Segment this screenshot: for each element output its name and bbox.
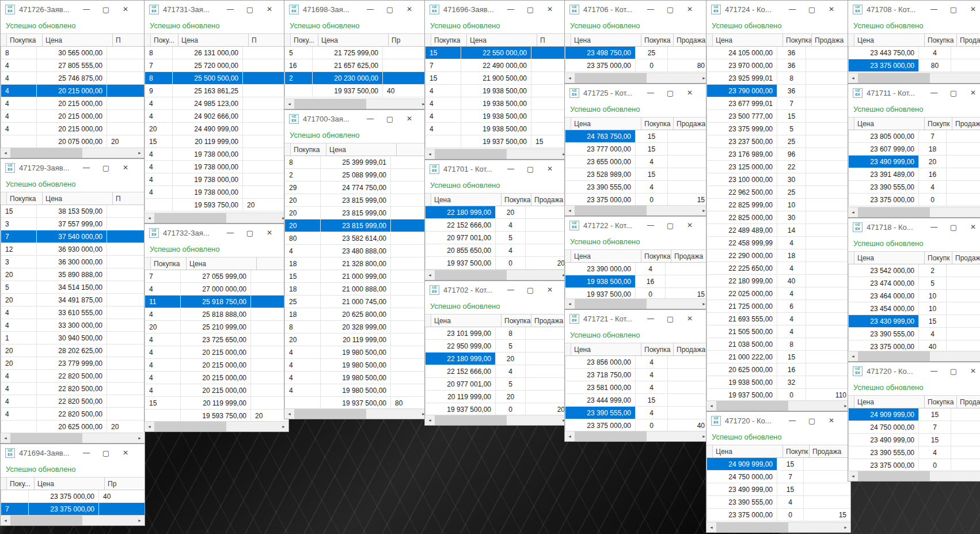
table-row[interactable]: 23 375 000,00015: [848, 459, 980, 471]
cell-buy[interactable]: 15: [426, 72, 461, 84]
cell-buy[interactable]: [1, 135, 37, 147]
cell-sell[interactable]: [107, 72, 145, 84]
cell-sell[interactable]: [391, 359, 428, 371]
cell-price[interactable]: 23 474 000,00: [849, 277, 919, 289]
cell-price[interactable]: 25 500 500,00: [173, 72, 243, 84]
row-selector-header[interactable]: [284, 143, 291, 156]
scroll-right-arrow-icon[interactable]: ►: [135, 516, 145, 525]
cell-buy[interactable]: 16: [285, 59, 313, 71]
cell-sell[interactable]: [243, 135, 288, 147]
cell-price[interactable]: 19 738 000,00: [173, 161, 243, 173]
title-bar[interactable]: UZEX471696-Заяв...—▢✕: [425, 1, 569, 18]
cell-price[interactable]: 23 677 999,01: [707, 97, 777, 109]
table-row[interactable]: 22 152 666,004: [425, 219, 569, 232]
horizontal-scrollbar[interactable]: ◄►: [145, 421, 288, 431]
table-row[interactable]: 22 825 000,0030: [706, 211, 850, 224]
table-row[interactable]: 419 980 500,00: [284, 346, 428, 359]
cell-buy[interactable]: 20: [145, 321, 181, 333]
cell-sell[interactable]: [668, 381, 709, 393]
table-row[interactable]: 1521 900 500,00: [425, 72, 569, 85]
cell-price[interactable]: 23 430 999,00: [849, 315, 919, 327]
scrollbar-thumb[interactable]: [575, 206, 647, 215]
scroll-left-arrow-icon[interactable]: ◄: [706, 401, 716, 411]
scrollbar-track[interactable]: [294, 99, 419, 109]
cell-sell[interactable]: [806, 161, 850, 173]
table-row[interactable]: 420 215 000,00: [1, 123, 145, 135]
scroll-left-arrow-icon[interactable]: ◄: [565, 73, 575, 83]
table-row[interactable]: 19 937 500,00015: [565, 288, 709, 298]
maximize-button[interactable]: ▢: [96, 444, 116, 461]
horizontal-scrollbar[interactable]: ◄►: [565, 205, 709, 215]
cell-buy[interactable]: 2: [285, 72, 313, 84]
column-header-buy[interactable]: Покупка: [7, 34, 43, 46]
cell-price[interactable]: 21 693 555,00: [707, 313, 777, 325]
scrollbar-thumb[interactable]: [294, 99, 366, 109]
scrollbar-track[interactable]: [858, 207, 980, 217]
table-row[interactable]: 23 390 555,004: [565, 407, 709, 419]
minimize-button[interactable]: —: [501, 1, 521, 18]
horizontal-scrollbar[interactable]: ◄►: [706, 400, 850, 411]
cell-buy[interactable]: 15: [636, 168, 668, 180]
table-row[interactable]: 424 985 123,00: [145, 97, 288, 110]
cell-price[interactable]: 23 779 999,00: [37, 357, 107, 369]
cell-buy[interactable]: 4: [636, 356, 668, 368]
cell-sell[interactable]: [804, 458, 850, 470]
cell-buy[interactable]: 4: [496, 244, 526, 256]
row-selector-header[interactable]: [145, 257, 151, 270]
minimize-button[interactable]: —: [501, 160, 521, 177]
row-selector-header[interactable]: [565, 118, 571, 130]
close-button[interactable]: ✕: [540, 1, 560, 18]
cell-buy[interactable]: 20: [496, 353, 526, 365]
horizontal-scrollbar[interactable]: ◄►: [848, 207, 980, 217]
cell-price[interactable]: 20 977 001,00: [426, 378, 496, 390]
table-row[interactable]: 2023 815 999,00: [284, 194, 428, 207]
table-row[interactable]: 1538 153 509,00: [1, 205, 145, 218]
cell-price[interactable]: 23 500 777,00: [707, 110, 777, 122]
cell-price[interactable]: 24 763 750,00: [565, 130, 636, 142]
cell-buy[interactable]: 4: [636, 181, 668, 193]
cell-sell[interactable]: [107, 256, 145, 268]
cell-sell[interactable]: [107, 85, 145, 97]
title-bar[interactable]: UZEX471721 - Кот...—▢✕: [565, 310, 709, 327]
cell-price[interactable]: 23 454 000,00: [849, 302, 919, 315]
cell-sell[interactable]: [391, 308, 428, 320]
scroll-left-arrow-icon[interactable]: ◄: [145, 422, 154, 431]
table-row[interactable]: 20 977 001,005: [425, 378, 569, 391]
table-row[interactable]: 21 505 500,004: [706, 325, 850, 338]
cell-sell[interactable]: 15: [668, 194, 709, 205]
table-row[interactable]: 419 980 500,00: [284, 359, 428, 372]
scrollbar-track[interactable]: [435, 149, 559, 159]
table-row[interactable]: 420 215 000,00: [1, 110, 145, 123]
cell-buy[interactable]: 4: [285, 359, 321, 371]
scroll-left-arrow-icon[interactable]: ◄: [565, 299, 575, 309]
cell-sell[interactable]: [526, 391, 569, 403]
cell-buy[interactable]: 0: [777, 389, 806, 400]
cell-buy[interactable]: 4: [636, 381, 668, 393]
cell-buy[interactable]: [285, 397, 321, 408]
cell-buy[interactable]: 4: [426, 97, 461, 109]
cell-price[interactable]: 19 738 000,00: [173, 186, 243, 198]
table-row[interactable]: 23 490 999,0015: [848, 434, 980, 446]
cell-buy[interactable]: 4: [1, 382, 37, 395]
cell-price[interactable]: 25 746 875,00: [37, 72, 107, 84]
table-row[interactable]: 21 038 500,008: [706, 338, 850, 351]
cell-sell[interactable]: [526, 353, 569, 365]
cell-price[interactable]: 20 328 999,00: [321, 321, 391, 333]
cell-sell[interactable]: [806, 275, 850, 287]
cell-sell[interactable]: [526, 340, 569, 352]
table-row[interactable]: 419 938 500,00: [425, 123, 569, 135]
cell-sell[interactable]: [526, 244, 569, 256]
cell-buy[interactable]: 5: [1, 281, 37, 293]
cell-buy[interactable]: 22: [777, 161, 806, 173]
cell-price[interactable]: 20 215 000,00: [37, 123, 107, 135]
cell-price[interactable]: 19 937 500,00: [461, 135, 531, 147]
cell-buy[interactable]: 16: [919, 168, 947, 180]
cell-buy[interactable]: 29: [285, 181, 321, 194]
cell-price[interactable]: 23 490 999,00: [849, 156, 919, 168]
cell-sell[interactable]: [243, 97, 288, 109]
close-button[interactable]: ✕: [680, 310, 700, 327]
cell-price[interactable]: 23 375 000,00: [849, 459, 919, 471]
row-selector-header[interactable]: [706, 445, 713, 457]
cell-price[interactable]: 23 925 999,01: [707, 72, 777, 84]
cell-buy[interactable]: [145, 410, 181, 421]
